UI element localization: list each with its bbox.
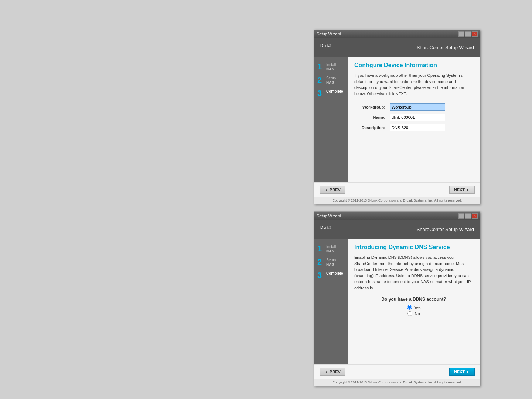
content-title-1: Configure Device Information [354, 62, 473, 69]
ddns-question: Do you have a DDNS account? [354, 297, 473, 302]
title-bar-text-1: Setup Wizard [317, 32, 341, 36]
step-item-1-setup[interactable]: 2 Setup NAS [317, 76, 345, 85]
close-button-1[interactable]: ✕ [472, 31, 478, 37]
radio-yes[interactable] [407, 305, 412, 310]
wizard-content-1: Configure Device Information If you have… [348, 57, 480, 182]
step-item-2-setup[interactable]: 2 Setup NAS [317, 258, 345, 267]
wizard-body-1: 1 Install NAS 2 Setup NAS 3 C [314, 57, 480, 182]
table-row: Name: [354, 112, 473, 123]
radio-section: Do you have a DDNS account? Yes No [354, 297, 473, 316]
step-item-2-install[interactable]: 1 Install NAS [317, 245, 345, 254]
dlink-logo-1: D-Link® [320, 42, 331, 53]
step-3-line2-w2: Complete [326, 271, 343, 276]
wizard-footer-2: ◄ PREV NEXT ► [314, 364, 480, 379]
wizard-sidebar-2: 1 Install NAS 2 Setup NAS 3 C [314, 239, 348, 364]
step-1-line2-w2: NAS [326, 249, 336, 254]
input-description[interactable] [390, 124, 445, 131]
content-desc-2: Enabling Dynamic DNS (DDNS) allows you a… [354, 254, 473, 291]
wizard-subtitle-1: ShareCenter Setup Wizard [417, 45, 474, 50]
step-1-line1-w2: Install [326, 245, 336, 249]
step-2-line1: Setup [326, 76, 336, 80]
restore-button-2[interactable]: □ [465, 213, 471, 219]
content-desc-1: If you have a workgroup other than your … [354, 72, 473, 97]
field-label-description: Description: [354, 123, 388, 133]
prev-button-1[interactable]: ◄ PREV [320, 186, 345, 194]
prev-arrow-icon-2: ◄ [324, 370, 328, 374]
wizard-window-2: Setup Wizard — □ ✕ D-Link® ShareCenter S… [314, 211, 480, 386]
table-row: Workgroup: [354, 102, 473, 112]
wizard-footer-1: ◄ PREV NEXT ► [314, 182, 480, 197]
step-2-line2: NAS [326, 80, 336, 85]
step-1-line2: NAS [326, 67, 336, 72]
radio-no-label: No [415, 312, 420, 316]
next-arrow-icon: ► [466, 188, 470, 192]
radio-yes-label: Yes [414, 305, 421, 310]
wizard-subtitle-2: ShareCenter Setup Wizard [417, 227, 474, 232]
input-name[interactable] [390, 114, 445, 121]
radio-yes-option: Yes [354, 305, 473, 310]
field-label-name: Name: [354, 112, 388, 123]
step-2-line2-w2: NAS [326, 262, 336, 267]
step-2-line1-w2: Setup [326, 258, 336, 262]
radio-no[interactable] [407, 311, 412, 316]
close-button-2[interactable]: ✕ [472, 213, 478, 219]
input-workgroup[interactable] [390, 103, 445, 111]
wizard-sidebar-1: 1 Install NAS 2 Setup NAS 3 C [314, 57, 348, 182]
step-item-1-complete[interactable]: 3 Complete [317, 89, 345, 97]
table-row: Description: [354, 123, 473, 133]
next-button-2[interactable]: NEXT ► [449, 368, 475, 376]
form-table-1: Workgroup: Name: Description: [354, 102, 473, 133]
dlink-logo-2: D-Link® [320, 224, 331, 235]
title-bar-controls-2: — □ ✕ [458, 213, 478, 219]
content-title-2: Introducing Dynamic DNS Service [354, 244, 473, 251]
title-bar-2: Setup Wizard — □ ✕ [314, 212, 480, 220]
title-bar-controls-1: — □ ✕ [458, 31, 478, 37]
wizard-header-2: D-Link® ShareCenter Setup Wizard [314, 220, 480, 239]
restore-button-1[interactable]: □ [465, 31, 471, 37]
step-3-line2: Complete [326, 89, 343, 94]
wizard-header-1: D-Link® ShareCenter Setup Wizard [314, 38, 480, 57]
minimize-button-1[interactable]: — [458, 31, 464, 37]
copyright-bar-2: Copyright © 2011-2013 D-Link Corporation… [314, 379, 480, 386]
step-item-2-complete[interactable]: 3 Complete [317, 271, 345, 279]
title-bar-text-2: Setup Wizard [317, 214, 341, 218]
wizard-body-2: 1 Install NAS 2 Setup NAS 3 C [314, 239, 480, 364]
minimize-button-2[interactable]: — [458, 213, 464, 219]
next-arrow-icon-2: ► [466, 370, 470, 374]
copyright-bar-1: Copyright © 2011-2013 D-Link Corporation… [314, 197, 480, 204]
step-item-1-install[interactable]: 1 Install NAS [317, 63, 345, 72]
title-bar-1: Setup Wizard — □ ✕ [314, 30, 480, 38]
wizard-content-2: Introducing Dynamic DNS Service Enabling… [348, 239, 480, 364]
step-1-line1: Install [326, 63, 336, 67]
prev-button-2[interactable]: ◄ PREV [320, 368, 345, 376]
radio-no-option: No [354, 311, 473, 316]
next-button-1[interactable]: NEXT ► [449, 186, 475, 194]
wizard-window-1: Setup Wizard — □ ✕ D-Link® ShareCenter S… [314, 30, 480, 204]
field-label-workgroup: Workgroup: [354, 102, 388, 112]
prev-arrow-icon: ◄ [324, 188, 328, 192]
